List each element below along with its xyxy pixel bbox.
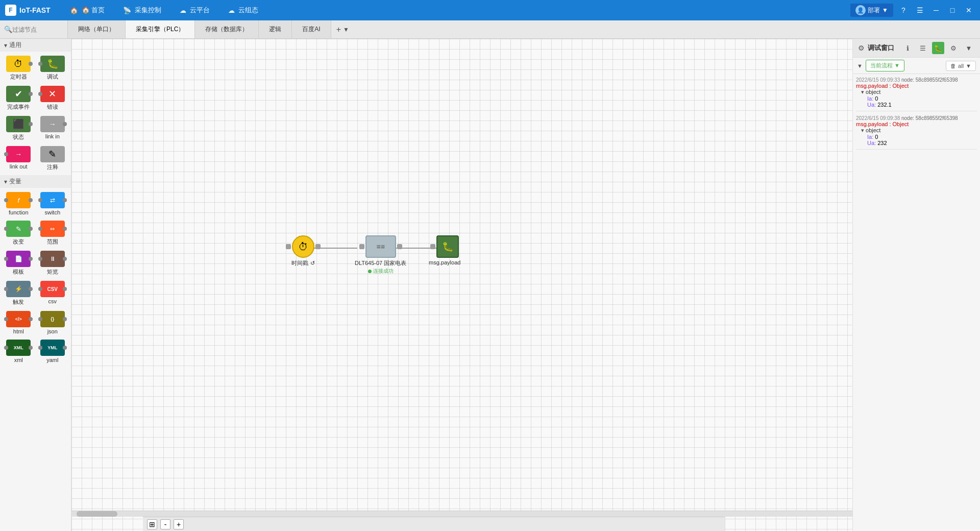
canvas-node-plc[interactable]: ≡≡ DLT645-07 国家电表 连接成功 — [355, 235, 406, 275]
main-layout: ▾ 通用 ⏱ 定时器 🐛 调试 ✔ — [0, 39, 980, 531]
bottom-bar: ⊞ - + — [143, 517, 725, 531]
msg-node-icon: 🐛 — [436, 235, 459, 258]
node-linkout[interactable]: → link out — [2, 144, 35, 173]
tab-baiduai[interactable]: 百度AI — [292, 20, 331, 38]
node-debug[interactable]: 🐛 调试 — [36, 54, 69, 83]
node-yaml[interactable]: YML yaml — [36, 337, 69, 365]
horizontal-scrollbar[interactable] — [71, 511, 852, 517]
node-status[interactable]: ⬛ 状态 — [2, 114, 35, 143]
tab-add-button[interactable]: + ▼ — [331, 20, 354, 38]
port-right — [29, 257, 33, 261]
tab-logic[interactable]: 逻辑 — [259, 20, 292, 38]
collapse-icon-2[interactable]: ▾ — [861, 127, 864, 133]
section-variable[interactable]: ▾ 变量 — [0, 175, 71, 188]
node-complete[interactable]: ✔ 完成事件 — [2, 84, 35, 113]
canvas-node-timer[interactable]: ⏱ 时间戳 ↺ — [286, 235, 321, 267]
yaml-icon: YML — [40, 340, 65, 356]
panel-bug-button[interactable]: 🐛 — [932, 42, 944, 54]
close-icon[interactable]: ✕ — [963, 4, 975, 16]
tabbar: 🔍 网络（单口） 采集引擎（PLC） 存储（数据库） 逻辑 百度AI + ▼ — [0, 20, 980, 39]
port-left — [38, 92, 42, 96]
csv-icon: CSV — [40, 281, 65, 297]
search-icon: 🔍 — [4, 26, 12, 33]
plc-right-port — [397, 244, 402, 249]
tab-search-container: 🔍 — [0, 20, 68, 38]
linkin-icon: → — [40, 116, 65, 132]
settings-icon[interactable]: ☰ — [914, 4, 926, 16]
node-json[interactable]: {} json — [36, 309, 69, 336]
panel-expand-button[interactable]: ▼ — [963, 42, 975, 54]
log-entry-2: 2022/6/15 09:09:38 node: 58c89855f2f6539… — [856, 115, 977, 150]
zoom-out-button[interactable]: - — [160, 519, 170, 529]
node-error[interactable]: ✕ 错读 — [36, 84, 69, 113]
maximize-icon[interactable]: □ — [946, 4, 959, 16]
node-template[interactable]: 📄 模板 — [2, 249, 35, 278]
change-icon: ✎ — [6, 221, 31, 237]
cloud-icon: ☁ — [180, 7, 186, 14]
nav-home[interactable]: 🏠 🏠 首页 — [61, 0, 114, 20]
node-change[interactable]: ✎ 改变 — [2, 219, 35, 248]
log-timestamp-1: 2022/6/15 09:09:33 node: 58c89855f2f6539… — [856, 77, 977, 83]
user-label: 部署 — [868, 6, 880, 15]
port-left — [38, 198, 42, 202]
log-topic-1: msg.payload : Object — [856, 83, 977, 89]
port-left — [4, 287, 8, 291]
port-left — [38, 346, 42, 350]
current-flow-button[interactable]: 当前流程 ▼ — [866, 60, 904, 71]
log-tree-1: ▾ object Ia: 0 Ua: 232.1 — [861, 89, 977, 108]
panel-list-button[interactable]: ☰ — [917, 42, 929, 54]
canvas-node-msg[interactable]: 🐛 msg.payload — [429, 235, 460, 266]
panel-title: 调试窗口 — [868, 43, 898, 53]
plc-label: DLT645-07 国家电表 — [355, 259, 406, 267]
port-right — [63, 227, 67, 231]
msg-body: 🐛 — [430, 235, 459, 258]
general-nodes: ⏱ 定时器 🐛 调试 ✔ 完成事件 — [0, 52, 71, 175]
canvas-area[interactable]: ⏱ 时间戳 ↺ ≡≡ DLT645-07 国家电表 连接成功 — [71, 39, 852, 531]
node-range[interactable]: ⇔ 范围 — [36, 219, 69, 248]
section-general[interactable]: ▾ 通用 — [0, 39, 71, 52]
node-linkin[interactable]: → link in — [36, 114, 69, 143]
node-comment[interactable]: ✎ 注释 — [36, 144, 69, 173]
clear-all-button[interactable]: 🗑 all ▼ — [946, 61, 976, 71]
logo-icon: F — [5, 5, 16, 16]
nav-collect[interactable]: 📡 采集控制 — [114, 0, 170, 20]
connector-svg — [71, 39, 852, 531]
panel-info-button[interactable]: ℹ — [901, 42, 914, 54]
node-switch[interactable]: ⇄ switch — [36, 190, 69, 218]
user-deploy-button[interactable]: 👤 部署 ▼ — [850, 4, 893, 17]
log-topic-2: msg.payload : Object — [856, 121, 977, 127]
node-trigger[interactable]: ⚡ 触发 — [2, 279, 35, 308]
port-right — [63, 257, 67, 261]
search-input[interactable] — [12, 26, 63, 33]
node-delay[interactable]: ⏸ 矩览 — [36, 249, 69, 278]
panel-header: ⚙ 调试窗口 ℹ ☰ 🐛 ⚙ ▼ — [853, 39, 980, 58]
node-csv[interactable]: CSV csv — [36, 279, 69, 308]
complete-icon: ✔ — [6, 86, 31, 102]
range-icon: ⇔ — [40, 221, 65, 237]
help-icon[interactable]: ? — [897, 4, 910, 16]
node-html[interactable]: </> html — [2, 309, 35, 336]
node-xml[interactable]: XML xml — [2, 337, 35, 365]
debug-window-icon: ⚙ — [858, 44, 865, 52]
tab-plc[interactable]: 采集引擎（PLC） — [126, 20, 195, 38]
port-right — [29, 317, 33, 321]
tab-network[interactable]: 网络（单口） — [68, 20, 126, 38]
panel-settings-button[interactable]: ⚙ — [947, 42, 960, 54]
fit-button[interactable]: ⊞ — [147, 519, 157, 529]
zoom-in-button[interactable]: + — [174, 519, 184, 529]
node-function[interactable]: f function — [2, 190, 35, 218]
port-right — [63, 287, 67, 291]
port-right — [63, 198, 67, 202]
brand: F IoT-FAST — [5, 5, 51, 16]
navbar-right: 👤 部署 ▼ ? ☰ ─ □ ✕ — [850, 4, 975, 17]
variable-nodes: f function ⇄ switch ✎ 改变 — [0, 188, 71, 367]
minimize-icon[interactable]: ─ — [930, 4, 942, 16]
nav-cloud[interactable]: ☁ 云平台 — [170, 0, 219, 20]
node-timer[interactable]: ⏱ 定时器 — [2, 54, 35, 83]
timer-node-icon: ⏱ — [292, 235, 314, 258]
collapse-icon-1[interactable]: ▾ — [861, 89, 864, 95]
nav-config[interactable]: ☁ 云组态 — [219, 0, 267, 20]
timer-left-port — [286, 244, 291, 249]
port-right — [29, 198, 33, 202]
tab-storage[interactable]: 存储（数据库） — [195, 20, 259, 38]
